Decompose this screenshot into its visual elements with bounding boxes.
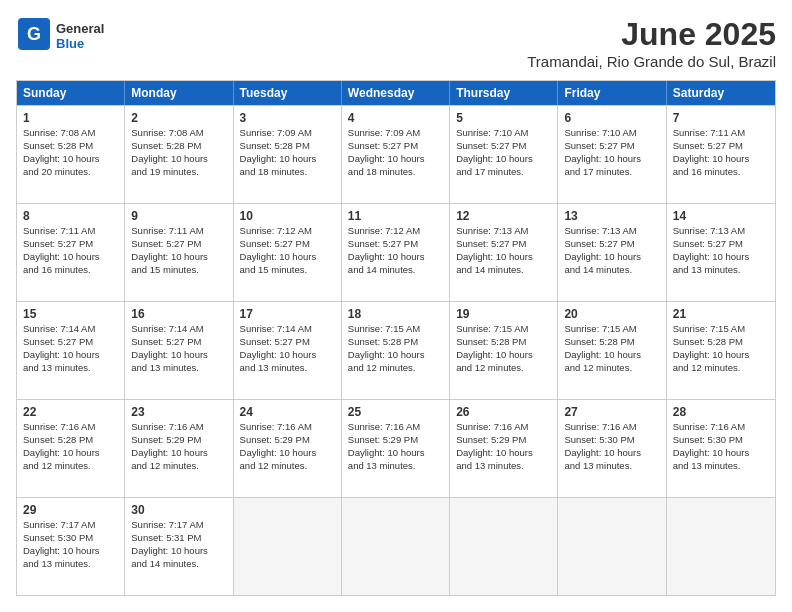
- day-info-line: and 15 minutes.: [240, 264, 335, 277]
- day-info-line: Sunrise: 7:17 AM: [23, 519, 118, 532]
- day-info-line: and 12 minutes.: [348, 362, 443, 375]
- day-number: 25: [348, 404, 443, 420]
- cal-cell-2: 2Sunrise: 7:08 AMSunset: 5:28 PMDaylight…: [125, 106, 233, 203]
- day-info-line: Sunset: 5:27 PM: [240, 238, 335, 251]
- day-info-line: Sunset: 5:28 PM: [131, 140, 226, 153]
- cal-cell-14: 14Sunrise: 7:13 AMSunset: 5:27 PMDayligh…: [667, 204, 775, 301]
- day-info-line: Daylight: 10 hours: [131, 545, 226, 558]
- title-location: Tramandai, Rio Grande do Sul, Brazil: [527, 53, 776, 70]
- page: G General Blue June 2025 Tramandai, Rio …: [0, 0, 792, 612]
- header-day-wednesday: Wednesday: [342, 81, 450, 105]
- day-info-line: Sunset: 5:27 PM: [348, 140, 443, 153]
- day-info-line: Sunrise: 7:08 AM: [131, 127, 226, 140]
- day-info-line: and 13 minutes.: [564, 460, 659, 473]
- day-info-line: Daylight: 10 hours: [456, 153, 551, 166]
- day-info-line: Sunset: 5:27 PM: [456, 238, 551, 251]
- calendar-header: SundayMondayTuesdayWednesdayThursdayFrid…: [17, 81, 775, 105]
- day-info-line: and 12 minutes.: [564, 362, 659, 375]
- day-info-line: Sunset: 5:29 PM: [348, 434, 443, 447]
- header-day-sunday: Sunday: [17, 81, 125, 105]
- day-info-line: Sunrise: 7:16 AM: [23, 421, 118, 434]
- day-number: 18: [348, 306, 443, 322]
- day-info-line: Daylight: 10 hours: [564, 153, 659, 166]
- cal-cell-13: 13Sunrise: 7:13 AMSunset: 5:27 PMDayligh…: [558, 204, 666, 301]
- title-block: June 2025 Tramandai, Rio Grande do Sul, …: [527, 16, 776, 70]
- day-info-line: Sunrise: 7:12 AM: [240, 225, 335, 238]
- day-info-line: Sunset: 5:27 PM: [564, 140, 659, 153]
- day-number: 8: [23, 208, 118, 224]
- day-info-line: Daylight: 10 hours: [23, 251, 118, 264]
- day-info-line: Sunset: 5:30 PM: [564, 434, 659, 447]
- day-info-line: Sunrise: 7:16 AM: [348, 421, 443, 434]
- day-number: 13: [564, 208, 659, 224]
- day-info-line: Daylight: 10 hours: [23, 545, 118, 558]
- cal-row-5: 29Sunrise: 7:17 AMSunset: 5:30 PMDayligh…: [17, 497, 775, 595]
- day-info-line: and 20 minutes.: [23, 166, 118, 179]
- cal-cell-30: 30Sunrise: 7:17 AMSunset: 5:31 PMDayligh…: [125, 498, 233, 595]
- day-info-line: and 14 minutes.: [564, 264, 659, 277]
- day-number: 5: [456, 110, 551, 126]
- calendar: SundayMondayTuesdayWednesdayThursdayFrid…: [16, 80, 776, 596]
- day-info-line: and 13 minutes.: [131, 362, 226, 375]
- cal-cell-25: 25Sunrise: 7:16 AMSunset: 5:29 PMDayligh…: [342, 400, 450, 497]
- cal-row-2: 8Sunrise: 7:11 AMSunset: 5:27 PMDaylight…: [17, 203, 775, 301]
- day-number: 15: [23, 306, 118, 322]
- day-info-line: and 12 minutes.: [23, 460, 118, 473]
- day-info-line: and 15 minutes.: [131, 264, 226, 277]
- cal-cell-21: 21Sunrise: 7:15 AMSunset: 5:28 PMDayligh…: [667, 302, 775, 399]
- day-info-line: Sunset: 5:28 PM: [348, 336, 443, 349]
- cal-cell-27: 27Sunrise: 7:16 AMSunset: 5:30 PMDayligh…: [558, 400, 666, 497]
- day-number: 30: [131, 502, 226, 518]
- logo: G General Blue: [16, 16, 104, 56]
- day-info-line: Sunset: 5:27 PM: [673, 140, 769, 153]
- cal-cell-26: 26Sunrise: 7:16 AMSunset: 5:29 PMDayligh…: [450, 400, 558, 497]
- day-info-line: and 18 minutes.: [348, 166, 443, 179]
- day-info-line: Sunset: 5:28 PM: [456, 336, 551, 349]
- cal-cell-9: 9Sunrise: 7:11 AMSunset: 5:27 PMDaylight…: [125, 204, 233, 301]
- day-info-line: and 14 minutes.: [348, 264, 443, 277]
- day-info-line: and 13 minutes.: [673, 264, 769, 277]
- day-info-line: Daylight: 10 hours: [23, 153, 118, 166]
- header-day-friday: Friday: [558, 81, 666, 105]
- day-info-line: Sunset: 5:30 PM: [23, 532, 118, 545]
- day-info-line: Sunrise: 7:10 AM: [456, 127, 551, 140]
- day-info-line: Sunrise: 7:11 AM: [131, 225, 226, 238]
- cal-cell-5: 5Sunrise: 7:10 AMSunset: 5:27 PMDaylight…: [450, 106, 558, 203]
- cal-cell-empty-3: [342, 498, 450, 595]
- day-info-line: Sunrise: 7:15 AM: [348, 323, 443, 336]
- day-number: 11: [348, 208, 443, 224]
- day-info-line: Sunrise: 7:11 AM: [23, 225, 118, 238]
- day-info-line: Daylight: 10 hours: [240, 153, 335, 166]
- day-number: 28: [673, 404, 769, 420]
- day-info-line: Sunset: 5:30 PM: [673, 434, 769, 447]
- calendar-body: 1Sunrise: 7:08 AMSunset: 5:28 PMDaylight…: [17, 105, 775, 595]
- day-number: 26: [456, 404, 551, 420]
- cal-cell-1: 1Sunrise: 7:08 AMSunset: 5:28 PMDaylight…: [17, 106, 125, 203]
- day-info-line: Sunset: 5:27 PM: [23, 336, 118, 349]
- cal-cell-8: 8Sunrise: 7:11 AMSunset: 5:27 PMDaylight…: [17, 204, 125, 301]
- day-info-line: Sunset: 5:27 PM: [131, 238, 226, 251]
- day-number: 2: [131, 110, 226, 126]
- day-number: 7: [673, 110, 769, 126]
- day-number: 9: [131, 208, 226, 224]
- day-number: 27: [564, 404, 659, 420]
- day-info-line: Sunrise: 7:13 AM: [456, 225, 551, 238]
- cal-cell-12: 12Sunrise: 7:13 AMSunset: 5:27 PMDayligh…: [450, 204, 558, 301]
- header-day-saturday: Saturday: [667, 81, 775, 105]
- day-info-line: Daylight: 10 hours: [348, 251, 443, 264]
- day-info-line: Sunrise: 7:14 AM: [23, 323, 118, 336]
- day-info-line: and 13 minutes.: [456, 460, 551, 473]
- day-info-line: Sunrise: 7:16 AM: [240, 421, 335, 434]
- day-info-line: Daylight: 10 hours: [673, 349, 769, 362]
- day-number: 17: [240, 306, 335, 322]
- day-info-line: and 12 minutes.: [240, 460, 335, 473]
- cal-cell-23: 23Sunrise: 7:16 AMSunset: 5:29 PMDayligh…: [125, 400, 233, 497]
- logo-general-text: General: [56, 21, 104, 36]
- day-number: 22: [23, 404, 118, 420]
- day-info-line: Sunset: 5:27 PM: [23, 238, 118, 251]
- cal-cell-16: 16Sunrise: 7:14 AMSunset: 5:27 PMDayligh…: [125, 302, 233, 399]
- day-info-line: Daylight: 10 hours: [348, 153, 443, 166]
- header-day-tuesday: Tuesday: [234, 81, 342, 105]
- day-info-line: Sunset: 5:28 PM: [564, 336, 659, 349]
- day-info-line: Daylight: 10 hours: [131, 153, 226, 166]
